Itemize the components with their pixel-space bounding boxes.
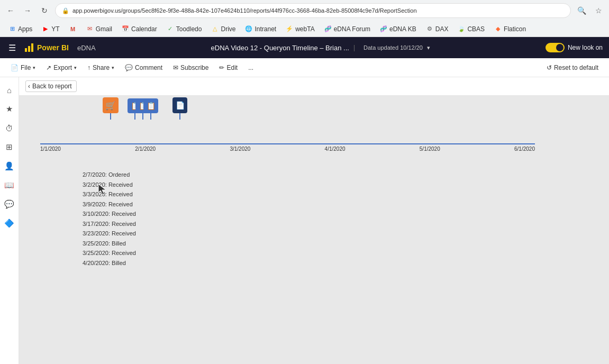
bookmark-edna-forum[interactable]: 🧬 eDNA Forum bbox=[320, 24, 375, 34]
flaticon-icon: ◆ bbox=[494, 25, 502, 33]
timeline-date-1: 1/1/2020 bbox=[40, 146, 61, 152]
cbas-icon: 🍃 bbox=[458, 25, 465, 33]
yt-icon: ▶ bbox=[42, 25, 49, 33]
report-canvas: ‹ Back to report 🛒 bbox=[19, 77, 609, 364]
comment-button[interactable]: 💬 Comment bbox=[121, 62, 167, 74]
file-chevron-icon: ▾ bbox=[33, 65, 35, 70]
sidebar-icon-datasets[interactable]: 🔷 bbox=[1, 215, 18, 232]
export-icon: ↗ bbox=[46, 64, 51, 71]
bookmark-calendar[interactable]: 📅 Calendar bbox=[117, 24, 161, 34]
workspace-name[interactable]: eDNA bbox=[77, 44, 96, 52]
reset-icon: ↺ bbox=[547, 64, 552, 71]
top-nav: ☰ Power BI eDNA eDNA Video 12 - Queryon … bbox=[0, 37, 609, 58]
bookmark-webta[interactable]: ⚡ webTA bbox=[281, 24, 319, 34]
sidebar-icon-recent[interactable]: ⏱ bbox=[1, 120, 18, 136]
file-button[interactable]: 📄 File ▾ bbox=[6, 62, 40, 74]
export-button[interactable]: ↗ Export ▾ bbox=[42, 62, 81, 74]
event-item-3: 3/9/2020: Received bbox=[83, 199, 598, 210]
app-shell: ☰ Power BI eDNA eDNA Video 12 - Queryon … bbox=[0, 37, 609, 364]
bookmark-edna-kb[interactable]: 🧬 eDNA KB bbox=[376, 24, 421, 34]
bookmark-toodledo-label: Toodledo bbox=[176, 25, 202, 33]
sidebar-icon-learn[interactable]: 📖 bbox=[1, 177, 18, 194]
timeline-line bbox=[40, 143, 535, 144]
bookmark-drive[interactable]: △ Drive bbox=[207, 24, 240, 34]
timeline-date-3: 3/1/2020 bbox=[230, 146, 250, 152]
file-label: File bbox=[21, 64, 31, 71]
power-bi-icon bbox=[24, 43, 34, 52]
event-item-8: 3/25/2020: Received bbox=[83, 248, 598, 258]
sidebar-icon-workspaces[interactable]: 💬 bbox=[1, 196, 18, 213]
bookmark-webta-label: webTA bbox=[295, 25, 314, 33]
canvas-content: 🛒 📋 📋 bbox=[19, 96, 609, 364]
edna-forum-icon: 🧬 bbox=[324, 25, 332, 33]
icon-stem-5 bbox=[179, 113, 180, 120]
hamburger-icon[interactable]: ☰ bbox=[6, 41, 18, 55]
edit-label: Edit bbox=[226, 64, 238, 71]
bookmark-m[interactable]: M bbox=[65, 24, 81, 34]
toodledo-icon: ✓ bbox=[167, 25, 174, 33]
export-label: Export bbox=[53, 64, 72, 71]
separator: | bbox=[353, 44, 355, 51]
sidebar-icon-shared[interactable]: 👤 bbox=[1, 158, 18, 175]
timeline-labels: 1/1/2020 2/1/2020 3/1/2020 4/1/2020 5/1/… bbox=[40, 146, 535, 152]
bookmark-apps[interactable]: ⊞ Apps bbox=[4, 24, 37, 34]
sidebar-icon-apps[interactable]: ⊞ bbox=[1, 139, 18, 156]
new-look-label: New look on bbox=[568, 44, 603, 51]
address-bar[interactable]: 🔒 app.powerbigov.us/groups/5ec8f62e-9f3e… bbox=[55, 3, 571, 18]
more-button[interactable]: ... bbox=[244, 62, 258, 74]
power-bi-text: Power BI bbox=[37, 43, 69, 52]
back-chevron-icon: ‹ bbox=[28, 83, 30, 90]
second-toolbar: 📄 File ▾ ↗ Export ▾ ↑ Share ▾ 💬 Comment … bbox=[0, 58, 609, 77]
back-bar: ‹ Back to report bbox=[19, 77, 609, 96]
intranet-icon: 🌐 bbox=[245, 25, 252, 33]
sidebar-icon-favorites[interactable]: ★ bbox=[1, 101, 18, 117]
new-look-toggle[interactable]: New look on bbox=[546, 43, 603, 52]
bookmark-gmail-label: Gmail bbox=[96, 25, 112, 33]
browser-chrome: ← → ↻ 🔒 app.powerbigov.us/groups/5ec8f62… bbox=[0, 0, 609, 37]
back-nav-button[interactable]: ← bbox=[4, 4, 17, 17]
bookmark-flaticon[interactable]: ◆ Flaticon bbox=[490, 24, 530, 34]
event-list: 2/7/2020: Ordered 3/2/2020: Received 3/3… bbox=[83, 170, 598, 268]
chevron-down-icon[interactable]: ▾ bbox=[427, 44, 430, 51]
timeline-icon-ordered: 🛒 bbox=[103, 97, 119, 120]
bookmark-intranet[interactable]: 🌐 Intranet bbox=[241, 24, 280, 34]
edna-kb-icon: 🧬 bbox=[380, 25, 387, 33]
back-to-report-label: Back to report bbox=[32, 83, 72, 90]
bookmarks-bar: ⊞ Apps ▶ YT M ✉ Gmail 📅 Calendar ✓ Toodl… bbox=[0, 21, 609, 37]
bookmark-edna-kb-label: eDNA KB bbox=[389, 25, 416, 33]
toggle-switch[interactable] bbox=[546, 43, 565, 52]
reset-button[interactable]: ↺ Reset to default bbox=[542, 62, 603, 74]
edit-icon: ✏ bbox=[219, 64, 224, 71]
file-icon: 📄 bbox=[11, 64, 19, 71]
bookmark-toodledo[interactable]: ✓ Toodledo bbox=[162, 24, 206, 34]
bookmark-dax[interactable]: ⚙ DAX bbox=[422, 24, 453, 34]
search-button[interactable]: 🔍 bbox=[575, 4, 588, 17]
edit-button[interactable]: ✏ Edit bbox=[215, 62, 242, 74]
browser-toolbar: ← → ↻ 🔒 app.powerbigov.us/groups/5ec8f62… bbox=[0, 0, 609, 21]
share-button[interactable]: ↑ Share ▾ bbox=[83, 62, 119, 74]
m-icon: M bbox=[69, 25, 77, 33]
timeline-date-5: 5/1/2020 bbox=[420, 146, 440, 152]
bookmark-calendar-label: Calendar bbox=[131, 25, 157, 33]
comment-label: Comment bbox=[135, 64, 162, 71]
sidebar-icon-home[interactable]: ⌂ bbox=[1, 81, 18, 98]
bookmark-yt-label: YT bbox=[51, 25, 59, 33]
back-to-report-button[interactable]: ‹ Back to report bbox=[25, 80, 77, 92]
timeline-axis: 🛒 📋 📋 bbox=[30, 117, 598, 159]
forward-nav-button[interactable]: → bbox=[21, 4, 34, 17]
bookmark-yt[interactable]: ▶ YT bbox=[38, 24, 63, 34]
bookmark-button[interactable]: ☆ bbox=[592, 4, 605, 17]
timeline-visualization[interactable]: 🛒 📋 📋 bbox=[30, 117, 598, 268]
svg-rect-0 bbox=[25, 48, 27, 52]
refresh-button[interactable]: ↻ bbox=[38, 4, 51, 17]
event-item-9: 4/20/2020: Billed bbox=[83, 258, 598, 268]
top-nav-center: eDNA Video 12 - Queryon Timeline – Brian… bbox=[102, 44, 539, 52]
bookmark-cbas-label: CBAS bbox=[467, 25, 485, 33]
bookmark-cbas[interactable]: 🍃 CBAS bbox=[453, 24, 489, 34]
icon-stem bbox=[110, 113, 111, 120]
share-icon: ↑ bbox=[87, 64, 90, 71]
subscribe-button[interactable]: ✉ Subscribe bbox=[169, 62, 213, 74]
bookmark-dax-label: DAX bbox=[435, 25, 449, 33]
bookmark-gmail[interactable]: ✉ Gmail bbox=[82, 24, 116, 34]
toggle-knob bbox=[556, 44, 563, 51]
